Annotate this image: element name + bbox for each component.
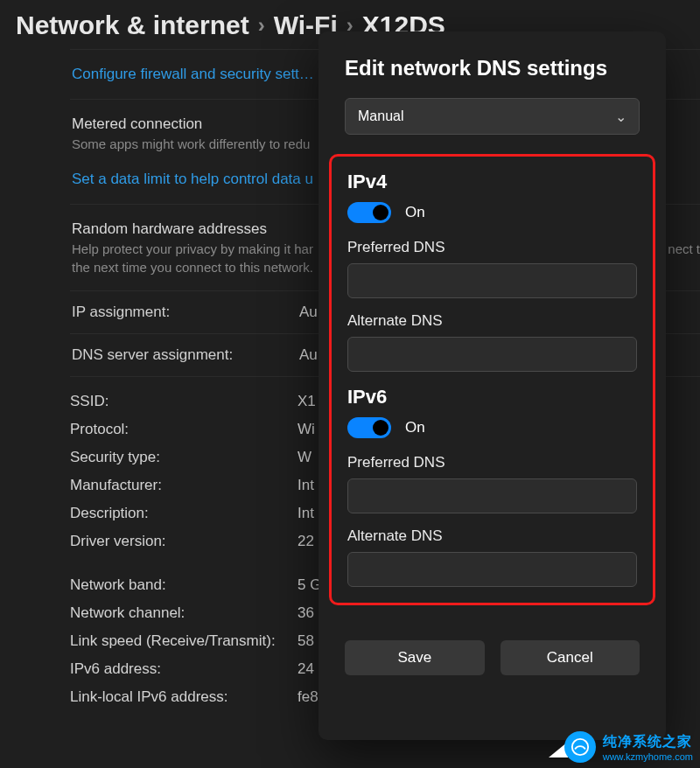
dns-assign-label: DNS server assignment: — [72, 346, 299, 364]
ipv4-preferred-label: Preferred DNS — [347, 239, 637, 256]
ipv6-toggle-label: On — [405, 419, 425, 436]
watermark-title: 纯净系统之家 — [603, 733, 693, 751]
ipv6-alternate-input[interactable] — [347, 552, 637, 587]
ipv4-alternate-input[interactable] — [347, 337, 637, 372]
save-button[interactable]: Save — [345, 640, 485, 675]
dns-settings-dialog: Edit network DNS settings Manual ⌄ IPv4 … — [318, 31, 666, 740]
watermark-logo-icon — [564, 731, 596, 763]
cancel-button[interactable]: Cancel — [500, 640, 640, 675]
chevron-down-icon: ⌄ — [615, 108, 626, 125]
dns-assign-value: Au — [299, 346, 318, 364]
dns-mode-select[interactable]: Manual ⌄ — [345, 98, 640, 135]
highlight-box: IPv4 On Preferred DNS Alternate DNS IPv6… — [329, 154, 655, 605]
ipv6-preferred-input[interactable] — [347, 478, 637, 513]
chevron-right-icon: › — [258, 13, 265, 38]
ipv4-preferred-input[interactable] — [347, 263, 637, 298]
ipv4-toggle[interactable] — [347, 202, 391, 223]
watermark-url: www.kzmyhome.com — [603, 751, 693, 762]
ipv6-alternate-label: Alternate DNS — [347, 527, 637, 545]
ipv4-heading: IPv4 — [347, 171, 637, 193]
ip-assign-label: IP assignment: — [72, 304, 299, 321]
dns-mode-value: Manual — [358, 108, 403, 124]
ip-assign-value: Au — [299, 304, 318, 321]
dialog-title: Edit network DNS settings — [345, 56, 640, 80]
ipv4-alternate-label: Alternate DNS — [347, 312, 637, 330]
watermark: 纯净系统之家 www.kzmyhome.com — [564, 731, 693, 763]
breadcrumb-root[interactable]: Network & internet — [16, 10, 249, 40]
ipv6-toggle[interactable] — [347, 417, 391, 438]
ipv4-toggle-label: On — [405, 204, 425, 221]
ipv6-preferred-label: Preferred DNS — [347, 454, 637, 471]
ipv6-heading: IPv6 — [347, 386, 637, 408]
